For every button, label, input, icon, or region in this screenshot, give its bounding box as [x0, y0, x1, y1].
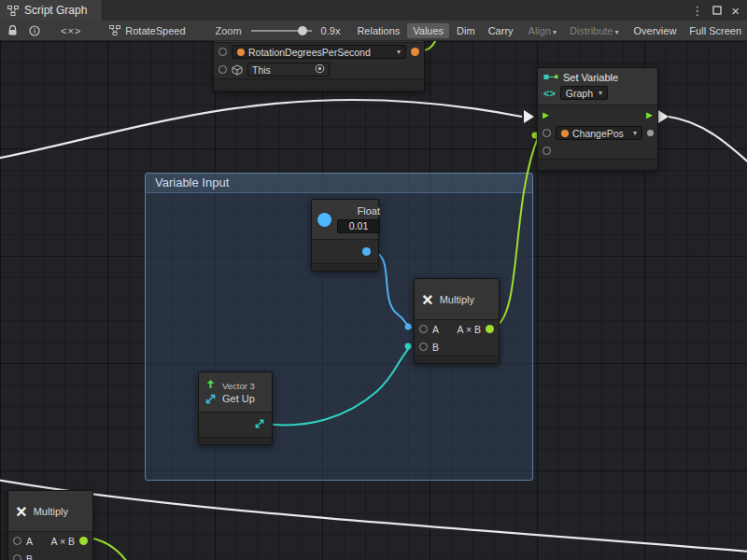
info-icon[interactable]: [29, 25, 40, 36]
values-button[interactable]: Values: [407, 23, 449, 38]
port-row-fallback: [538, 142, 657, 159]
zoom-label: Zoom: [216, 25, 242, 36]
port-row-variable-name: RotationDegreesPerSecond ▾: [214, 43, 424, 61]
distribute-label: Distribute: [570, 25, 613, 36]
overview-button[interactable]: Overview: [628, 23, 683, 38]
port-out-label: A × B: [51, 536, 75, 547]
window-controls: ⋮ ×: [691, 5, 747, 17]
node-set-variable[interactable]: Set Variable <> Graph ▾ ► ►: [537, 67, 658, 171]
variable-kind-dropdown[interactable]: Graph ▾: [560, 86, 608, 100]
node-footer: [312, 263, 378, 271]
multiply-icon: ×: [16, 503, 27, 520]
variable-name-label: ChangePos: [572, 128, 624, 139]
value-output-port[interactable]: [486, 325, 494, 333]
multiply-header: × Multiply: [415, 279, 499, 319]
set-variable-header: Set Variable <> Graph ▾: [538, 68, 657, 105]
flow-arrowhead-in: [524, 110, 534, 123]
graph-asset-icon: [109, 25, 120, 35]
gameobject-cube-icon: [232, 64, 243, 76]
fullscreen-button[interactable]: Full Screen: [684, 23, 747, 38]
input-port-a[interactable]: [13, 537, 21, 545]
get-variable-ports: RotationDegreesPerSecond ▾ This: [214, 42, 424, 78]
flow-arrowhead-out: [658, 110, 669, 123]
port-row-b: B: [8, 550, 92, 560]
flow-wire-into-set-variable: [0, 100, 522, 161]
get-up-ports: [199, 412, 272, 437]
input-port[interactable]: [218, 48, 227, 56]
node-footer: [214, 78, 424, 91]
dim-button[interactable]: Dim: [451, 23, 481, 38]
target-object-field[interactable]: This: [247, 63, 330, 77]
close-icon[interactable]: ×: [731, 5, 740, 17]
group-title[interactable]: Variable Input: [146, 174, 532, 193]
lock-icon[interactable]: [7, 25, 18, 36]
variable-type-dot: [561, 130, 569, 137]
get-up-header: Vector 3 Get Up: [199, 372, 272, 412]
port-a-label: A: [432, 324, 439, 335]
input-port-a[interactable]: [419, 325, 428, 333]
vector-output-port[interactable]: [254, 418, 265, 431]
multiply-ports: A A × B B: [8, 531, 92, 560]
zoom-value: 0.9x: [321, 25, 341, 36]
multiply-header: × Multiply: [8, 491, 92, 531]
target-label: This: [252, 64, 271, 76]
value-output-port[interactable]: [647, 130, 654, 136]
port-b-label: B: [432, 342, 439, 353]
menu-kebab-icon[interactable]: ⋮: [691, 5, 703, 17]
flow-output-arrow-icon[interactable]: ►: [644, 110, 655, 120]
node-footer: [199, 437, 272, 444]
input-port-b[interactable]: [419, 343, 428, 351]
port-b-label: B: [26, 553, 33, 560]
flow-port-row: ► ►: [538, 105, 657, 124]
variables-brackets-icon: <>: [543, 88, 556, 99]
chevron-down-icon: ▾: [615, 28, 619, 36]
input-port-b[interactable]: [13, 554, 21, 560]
node-type-label: Vector 3: [222, 381, 255, 391]
chevron-down-icon: ▾: [599, 89, 602, 97]
vector-arrows-icon: [204, 393, 217, 407]
carry-button[interactable]: Carry: [483, 23, 519, 38]
variable-type-dot: [237, 49, 245, 56]
node-title: Get Up: [222, 393, 255, 404]
maximize-icon[interactable]: [712, 5, 722, 17]
node-get-up[interactable]: Vector 3 Get Up: [198, 371, 273, 445]
node-title: Multiply: [34, 506, 68, 517]
node-multiply-2[interactable]: × Multiply A A × B B: [7, 490, 93, 560]
node-footer: [415, 356, 499, 363]
node-get-variable[interactable]: RotationDegreesPerSecond ▾ This: [213, 41, 425, 91]
tab-script-graph[interactable]: Script Graph: [0, 0, 103, 21]
value-input-port[interactable]: [543, 129, 551, 137]
input-port[interactable]: [218, 65, 227, 74]
variable-name-dropdown[interactable]: RotationDegreesPerSecond ▾: [232, 45, 406, 59]
value-output-port[interactable]: [362, 247, 371, 256]
port-row-a: A A × B: [8, 532, 92, 550]
node-title: Float: [358, 205, 380, 217]
set-variable-icon: [543, 72, 558, 83]
node-multiply[interactable]: × Multiply A A × B B: [414, 278, 500, 364]
distribute-dropdown[interactable]: Distribute▾: [564, 23, 624, 38]
value-output-port[interactable]: [79, 537, 88, 545]
flow-wire-bottom: [0, 478, 747, 553]
float-header: Float 0.01: [312, 200, 378, 239]
chevron-down-icon: ▾: [553, 28, 557, 36]
object-picker-icon[interactable]: [315, 63, 325, 76]
script-graph-window: Script Graph ⋮ × <×> RotateSpeed Zoom 0.…: [0, 0, 747, 560]
align-dropdown[interactable]: Align▾: [523, 23, 562, 38]
zoom-slider[interactable]: [251, 25, 312, 36]
node-title: Multiply: [440, 294, 474, 305]
float-value-field[interactable]: 0.01: [337, 219, 380, 233]
input-port[interactable]: [543, 147, 551, 155]
variable-name-dropdown[interactable]: ChangePos ▾: [556, 126, 642, 140]
relations-button[interactable]: Relations: [351, 23, 405, 38]
value-output-port[interactable]: [411, 48, 419, 56]
flow-input-arrow-icon[interactable]: ►: [541, 110, 551, 120]
node-float[interactable]: Float 0.01: [311, 199, 379, 272]
flow-wire-out-of-set-variable: [669, 117, 747, 174]
port-row-a: A A × B: [415, 320, 499, 338]
graph-canvas[interactable]: Variable Input: [0, 41, 747, 560]
variable-name-label: RotationDegreesPerSecond: [248, 47, 371, 58]
zoom-slider-handle[interactable]: [298, 26, 307, 35]
code-preview-toggle[interactable]: <×>: [61, 25, 81, 36]
title-bar: Script Graph ⋮ ×: [0, 0, 747, 21]
port-out-label: A × B: [458, 324, 481, 335]
